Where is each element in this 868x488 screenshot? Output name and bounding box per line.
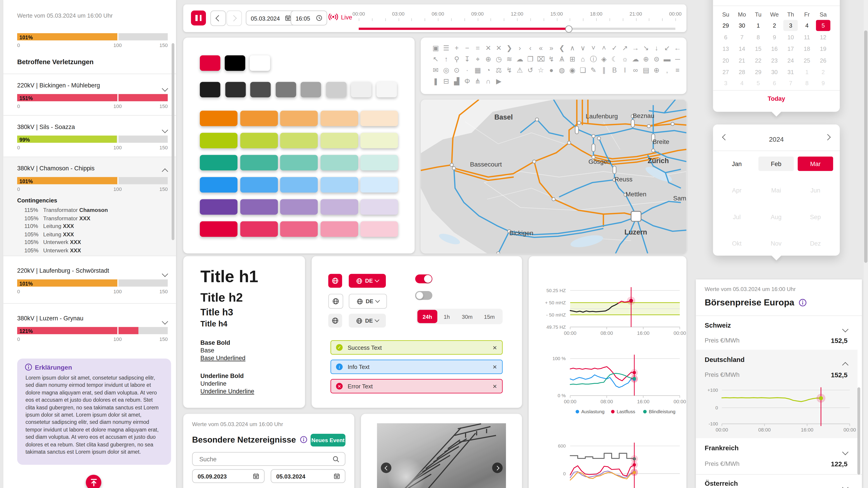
calendar-day-1[interactable]: 1 — [800, 66, 814, 77]
minus-icon[interactable]: − — [463, 44, 471, 52]
timeline-handle[interactable] — [565, 25, 572, 32]
underline-underline-sample[interactable]: Underline Underline — [200, 388, 254, 394]
window-scrollbar-track[interactable] — [864, 0, 868, 488]
next-year-button[interactable] — [825, 135, 831, 140]
layers-icon[interactable]: ◈ — [600, 55, 608, 63]
trash-icon[interactable]: ⌧ — [537, 55, 545, 63]
orange-swatch[interactable] — [200, 111, 238, 126]
calendar-day-3[interactable]: 3 — [719, 77, 733, 89]
chevron-right-icon[interactable]: › — [516, 44, 524, 52]
video-icon[interactable]: ▶ — [495, 77, 502, 85]
broadcast-icon[interactable]: ⊙ — [453, 66, 460, 74]
chevron-up-icon[interactable] — [163, 166, 167, 176]
calendar-day-4[interactable]: 4 — [735, 77, 749, 89]
events-search-field[interactable] — [192, 452, 345, 466]
timeline-slider[interactable]: 00:0003:0006:0009:0012:0015:0018:0021:00… — [183, 11, 686, 32]
calendar-day-7[interactable]: 7 — [783, 77, 798, 89]
blue-swatch[interactable] — [320, 177, 358, 193]
blue-swatch[interactable] — [240, 177, 278, 193]
calendar-day-13[interactable]: 13 — [719, 43, 733, 54]
search-input[interactable] — [198, 455, 322, 463]
country-schweiz[interactable]: Schweiz — [705, 322, 731, 329]
language-dropdown-outline[interactable]: DE — [349, 294, 387, 308]
home-icon[interactable]: ⌂ — [579, 55, 587, 63]
link-icon[interactable]: ∞ — [631, 66, 639, 74]
share-icon[interactable]: ⋔ — [474, 77, 482, 85]
violation-section[interactable]: 220kV | Bickingen - Mühleberg151%0100150 — [3, 74, 176, 116]
month-jul[interactable]: Jul — [719, 210, 754, 224]
orange-swatch[interactable] — [360, 111, 398, 126]
segment-1h[interactable]: 1h — [437, 310, 456, 323]
calendar-day-17[interactable]: 17 — [783, 43, 798, 54]
sun-cloud-icon[interactable]: ☁ — [631, 55, 639, 63]
blue-swatch[interactable] — [360, 177, 398, 193]
calendar-day-25[interactable]: 25 — [800, 55, 814, 66]
country-frankreich[interactable]: Frankreich — [705, 445, 739, 452]
calendar-day-19[interactable]: 19 — [816, 43, 831, 54]
orange-swatch[interactable] — [320, 111, 358, 126]
flash-split-icon[interactable]: ↯ — [505, 66, 513, 74]
info-icon[interactable]: ⓘ — [590, 55, 597, 63]
chevron-up-icon[interactable] — [843, 360, 848, 369]
calendar-day-14[interactable]: 14 — [735, 43, 749, 54]
date-from-field[interactable]: 05.09.2023 — [192, 469, 265, 483]
undo-icon[interactable]: ↺ — [526, 66, 534, 74]
calendar-day-23[interactable]: 23 — [767, 55, 782, 66]
red-swatch[interactable] — [320, 221, 358, 237]
hash-circle-icon[interactable]: ⊜ — [653, 55, 660, 63]
language-dropdown-tertiary[interactable]: DE — [349, 314, 386, 328]
carousel-next-button[interactable] — [492, 462, 503, 473]
chevron-down-icon[interactable] — [163, 125, 167, 134]
month-apr[interactable]: Apr — [719, 183, 754, 198]
image-icon[interactable]: ▤ — [642, 66, 650, 74]
green-swatch[interactable] — [320, 133, 358, 149]
color-swatch[interactable] — [200, 55, 220, 71]
segment-15m[interactable]: 15m — [478, 310, 500, 323]
date-to-field[interactable]: 05.03.2024 — [271, 469, 346, 483]
close-icon[interactable]: ✕ — [493, 383, 497, 389]
red-swatch[interactable] — [240, 221, 278, 237]
italic-icon[interactable]: I — [621, 66, 629, 74]
logo-icon[interactable]: ▣ — [432, 44, 439, 52]
calendar-day-3[interactable]: 3 — [783, 20, 798, 31]
arrow-left-icon[interactable]: ← — [674, 44, 681, 52]
purple-swatch[interactable] — [320, 199, 358, 215]
grid-map-card[interactable]: BaselLaufenburgBeznauBreiteBassecourtGös… — [421, 100, 686, 254]
scroll-to-top-button[interactable] — [86, 475, 101, 488]
country-deutschland[interactable]: Deutschland — [705, 356, 745, 363]
color-swatch[interactable] — [225, 55, 245, 71]
circle-filled-icon[interactable]: ◍ — [558, 66, 566, 74]
globe-icon[interactable]: ⊕ — [485, 55, 492, 63]
calendar-today-button[interactable]: Today — [713, 95, 840, 102]
download-icon[interactable]: ↧ — [463, 55, 471, 63]
violation-section[interactable]: 380kV | Chamoson - Chippis101%0100150Con… — [3, 157, 176, 256]
calendar-day-6[interactable]: 6 — [767, 77, 782, 89]
calendar-day-18[interactable]: 18 — [800, 43, 814, 54]
chevrons-right-icon[interactable]: » — [548, 44, 555, 52]
chevron-left-icon[interactable]: ‹ — [526, 44, 534, 52]
calendar-day-10[interactable]: 10 — [783, 32, 798, 43]
chart-bars-icon[interactable]: ▟ — [453, 77, 460, 85]
toggle-off[interactable] — [415, 291, 432, 300]
calendar-day-15[interactable]: 15 — [751, 43, 766, 54]
calendar-day-28[interactable]: 28 — [735, 66, 749, 77]
orange-swatch[interactable] — [240, 111, 278, 126]
calendar-day-29[interactable]: 29 — [719, 20, 733, 31]
toggle-on[interactable] — [415, 274, 432, 283]
month-jan[interactable]: Jan — [719, 157, 754, 171]
chevron-down-icon[interactable] — [163, 83, 167, 93]
mail-icon[interactable]: ✉ — [432, 66, 439, 74]
calendar-day-11[interactable]: 11 — [800, 32, 814, 43]
blue-swatch[interactable] — [200, 177, 238, 193]
arrow-down-right-icon[interactable]: ↘ — [642, 44, 650, 52]
lightning-icon[interactable]: ↯ — [548, 55, 555, 63]
bold-icon[interactable]: B — [611, 66, 618, 74]
calendar-day-29[interactable]: 29 — [751, 66, 766, 77]
sliders-icon[interactable]: ≡ — [674, 66, 681, 74]
month-jun[interactable]: Jun — [798, 183, 833, 198]
menu-icon[interactable]: ☰ — [442, 44, 450, 52]
chevron-up-small-icon[interactable]: ˄ — [600, 44, 608, 52]
chevron-right-large-icon[interactable]: ❯ — [505, 44, 513, 52]
calendar-day-31[interactable]: 31 — [783, 66, 798, 77]
calendar-day-30[interactable]: 30 — [767, 66, 782, 77]
